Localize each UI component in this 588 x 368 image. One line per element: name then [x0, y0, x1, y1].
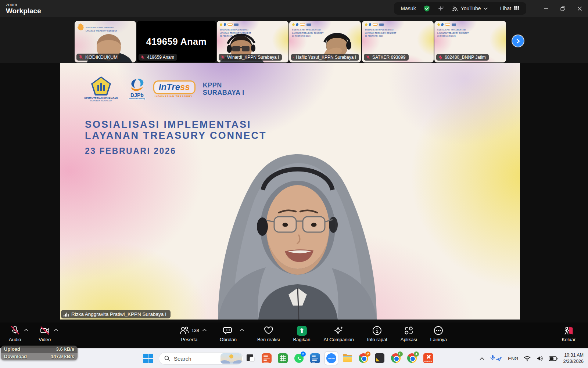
task-view-icon[interactable]	[245, 353, 255, 363]
raised-hand-icon	[76, 23, 85, 32]
share-screen-icon	[297, 326, 306, 336]
meeting-toolbar: Audio Video	[0, 322, 588, 348]
share-button[interactable]: Bagikan	[293, 325, 310, 342]
brand-zoom: zoom	[6, 3, 41, 7]
participants-button[interactable]: 138 Peserta	[179, 325, 199, 342]
participant-tile-anam[interactable]: 419659 Anam 419659 Anam	[137, 21, 216, 62]
mic-muted-icon	[10, 325, 20, 336]
participant-name-badge: Winardi_KPPN Surabaya I	[219, 54, 282, 61]
more-button[interactable]: Lainnya	[430, 325, 447, 342]
chrome-profile-l-icon[interactable]: L	[391, 353, 401, 363]
minimize-button[interactable]	[537, 0, 554, 17]
participant-name-badge: 682480_BNNP Jatim	[436, 54, 489, 61]
search-placeholder: Search	[174, 356, 191, 362]
participants-options-chevron[interactable]	[202, 329, 207, 331]
meeting-info-button[interactable]: Info rapat	[367, 325, 387, 342]
participants-count: 138	[191, 328, 199, 333]
close-button[interactable]	[571, 0, 588, 17]
mic-muted-icon	[366, 55, 370, 60]
taskbar-search[interactable]: Search	[159, 352, 243, 365]
youtube-label: YouTube	[461, 6, 481, 11]
file-explorer-icon[interactable]	[343, 353, 352, 363]
more-ellipsis-icon	[434, 326, 443, 335]
leave-door-icon	[563, 326, 574, 336]
apps-button[interactable]: Aplikasi	[401, 325, 417, 342]
participant-tile-hafiiz[interactable]: SOSIALISASI IMPLEMENTASI LAYANAN TREASUR…	[289, 21, 361, 62]
mic-muted-icon	[220, 55, 225, 60]
titlebar-menu: Masuk YouTube Lihat	[394, 2, 526, 15]
view-menu[interactable]: Lihat	[500, 6, 520, 11]
chat-icon	[223, 326, 233, 335]
participant-name-badge: Hafiiz Yusuf_KPPN Surabaya I	[291, 54, 359, 61]
broadcast-icon	[452, 6, 458, 11]
windows-taskbar: Search 2	[0, 348, 588, 368]
camera-muted-icon	[40, 325, 50, 336]
ai-sparkle-icon	[334, 326, 344, 336]
video-button[interactable]: Video	[39, 325, 51, 342]
chat-options-chevron[interactable]	[240, 329, 244, 331]
mic-muted-icon	[78, 55, 83, 60]
mic-muted-icon	[293, 55, 294, 60]
mic-muted-icon	[140, 55, 145, 60]
dark-notes-app-icon[interactable]	[375, 353, 385, 363]
active-speaker-video[interactable]: KEMENTERIAN KEUANGAN REPUBLIK INDONESIA …	[60, 63, 520, 320]
speaker-portrait	[60, 63, 520, 320]
ai-companion-button[interactable]: AI Companion	[323, 325, 354, 342]
chrome-badge-p: P	[365, 351, 370, 357]
participant-tile-kodikdukum[interactable]: SOSIALISASI IMPLEMENTASI LAYANAN TREASUR…	[75, 21, 136, 62]
ai-companion-sparkle-icon[interactable]	[438, 5, 445, 12]
reactions-button[interactable]: Beri reaksi	[257, 325, 280, 342]
tray-time: 10:31 AM	[563, 352, 584, 358]
chevron-down-icon	[484, 7, 488, 10]
participant-tile-satker[interactable]: SOSIALISASI IMPLEMENTASI LAYANAN TREASUR…	[362, 21, 434, 62]
window-titlebar: zoom Workplace Masuk YouTube Lihat	[0, 0, 588, 17]
next-page-button[interactable]	[512, 35, 524, 47]
audio-button[interactable]: Audio	[9, 325, 21, 342]
participant-name-badge: SATKER 693899	[364, 54, 409, 61]
view-label: Lihat	[500, 6, 511, 11]
whatsapp-icon[interactable]: 2	[294, 353, 304, 363]
audio-level-icon	[64, 312, 69, 317]
sign-in-button[interactable]: Masuk	[401, 6, 416, 11]
chrome-profile-user-icon[interactable]	[407, 353, 417, 363]
impress-app-icon[interactable]	[262, 353, 272, 363]
shield-check-icon	[423, 5, 430, 12]
reader-app-icon[interactable]: READER	[423, 353, 433, 363]
restore-button[interactable]	[554, 0, 571, 17]
voice-typing-icon[interactable]	[490, 355, 502, 362]
volume-icon[interactable]	[536, 356, 543, 361]
info-icon	[372, 326, 382, 335]
upload-label: Upload	[4, 346, 20, 352]
calc-app-icon[interactable]	[278, 353, 288, 363]
tray-date: 2/23/2026	[563, 358, 584, 365]
upload-value: 3.6 kB/s	[56, 346, 74, 352]
chrome-profile-p-icon[interactable]: P	[359, 353, 369, 363]
grid-view-icon	[514, 6, 520, 11]
participant-name-badge: 419659 Anam	[139, 54, 177, 61]
audio-options-chevron[interactable]	[24, 329, 28, 331]
start-button[interactable]	[143, 354, 153, 363]
apps-icon	[404, 326, 414, 335]
chrome-badge-user	[414, 351, 419, 357]
zoom-app-icon[interactable]: zoom	[325, 352, 338, 365]
zoom-workplace-logo: zoom Workplace	[6, 3, 41, 14]
participant-filmstrip: SOSIALISASI IMPLEMENTASI LAYANAN TREASUR…	[0, 17, 588, 63]
battery-icon[interactable]	[549, 356, 557, 361]
chat-button[interactable]: Obrolan	[220, 325, 237, 342]
mic-muted-icon	[438, 55, 443, 60]
weather-widget[interactable]	[220, 353, 242, 364]
wifi-icon[interactable]	[524, 356, 531, 361]
download-value: 147.9 kB/s	[51, 354, 74, 359]
video-options-chevron[interactable]	[54, 329, 58, 331]
network-speed-overlay: Upload 3.6 kB/s Download 147.9 kB/s	[1, 346, 78, 360]
chrome-badge-l: L	[398, 351, 403, 357]
leave-button[interactable]: Keluar	[562, 325, 576, 342]
tray-clock[interactable]: 10:31 AM 2/23/2026	[563, 352, 584, 365]
participant-tile-bnnp[interactable]: SOSIALISASI IMPLEMENTASI LAYANAN TREASUR…	[434, 21, 506, 62]
language-indicator[interactable]: ENG	[508, 356, 518, 361]
livestream-youtube-menu[interactable]: YouTube	[452, 6, 488, 11]
tray-chevron-up-icon[interactable]	[480, 357, 484, 360]
participant-tile-winardi[interactable]: SOSIALISASI IMPLEMENTASI LAYANAN TREASUR…	[217, 21, 288, 62]
participant-name-badge: KODIKDUKUM	[76, 54, 121, 61]
writer-app-icon[interactable]	[310, 353, 320, 363]
